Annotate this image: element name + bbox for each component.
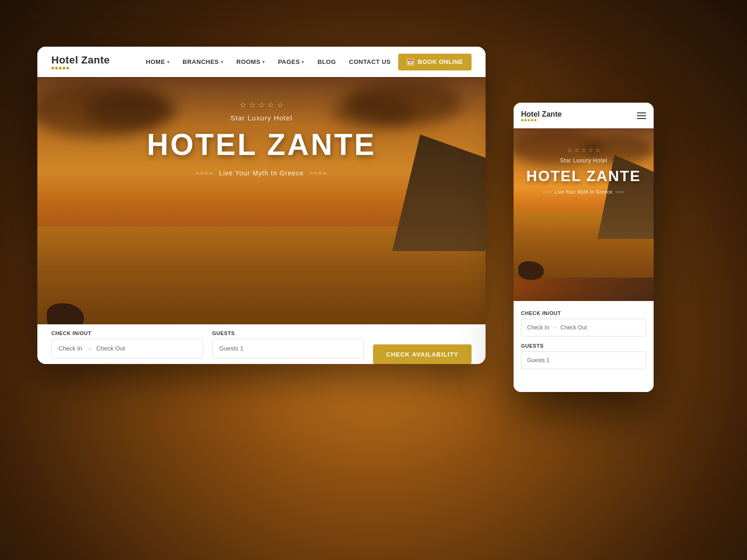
desktop-hero: ☆ ☆ ☆ ☆ ☆ Star Luxury Hotel HOTEL ZANTE … [37, 77, 486, 364]
mobile-dot-1 [521, 119, 523, 121]
wave-right-icon: ≈≈≈≈ [310, 169, 328, 177]
mobile-hero-tagline: Live Your Myth In Greece [555, 189, 613, 195]
mobile-guests-field: Guests Guests 1 [521, 343, 646, 369]
mobile-star-3: ☆ [581, 147, 586, 154]
desktop-navbar: Hotel Zante HOME ▾ BRANCHES ▾ [37, 47, 486, 77]
nav-link-blog[interactable]: BLOG [317, 58, 336, 65]
mobile-hero-tagline-row: ≈≈≈ Live Your Myth In Greece ≈≈≈ [518, 189, 649, 195]
chevron-down-icon: ▾ [221, 60, 224, 64]
mobile-star-5: ☆ [595, 147, 600, 154]
nav-item-home[interactable]: HOME ▾ [146, 58, 170, 65]
hero-title: HOTEL ZANTE [37, 127, 486, 162]
nav-links: HOME ▾ BRANCHES ▾ ROOMS ▾ PAGES ▾ [146, 58, 391, 65]
guests-label: Guests [212, 330, 364, 336]
checkin-label: Check In/Out [51, 330, 203, 336]
star-3: ☆ [258, 100, 265, 109]
mobile-logo-text: Hotel Zante [521, 110, 637, 119]
nav-link-contact[interactable]: CONTACT US [349, 58, 391, 65]
mobile-dot-2 [524, 119, 527, 121]
desktop-logo: Hotel Zante [51, 54, 110, 70]
mobile-star-2: ☆ [574, 147, 579, 154]
nav-link-rooms[interactable]: ROOMS ▾ [236, 58, 265, 65]
star-dot-5 [66, 67, 69, 70]
mobile-star-rating: ☆ ☆ ☆ ☆ ☆ [518, 147, 649, 154]
nav-item-rooms[interactable]: ROOMS ▾ [236, 58, 265, 65]
hero-content: ☆ ☆ ☆ ☆ ☆ Star Luxury Hotel HOTEL ZANTE … [37, 100, 486, 177]
mobile-checkin-label: Check In/Out [521, 310, 646, 316]
star-dot-4 [63, 67, 65, 70]
hamburger-line-3 [637, 118, 646, 119]
desktop-mockup: Hotel Zante HOME ▾ BRANCHES ▾ [37, 47, 486, 364]
nav-link-pages[interactable]: PAGES ▾ [278, 58, 304, 65]
mobile-navbar: Hotel Zante [514, 103, 654, 128]
desktop-logo-stars [51, 67, 110, 70]
chevron-down-icon: ▾ [262, 60, 265, 64]
mobile-wave-left-icon: ≈≈≈ [543, 189, 551, 195]
chevron-down-icon: ▾ [302, 60, 304, 64]
desktop-logo-text: Hotel Zante [51, 54, 110, 66]
mobile-hero: ☆ ☆ ☆ ☆ ☆ Star Luxury Hotel HOTEL ZANTE … [514, 128, 654, 306]
calendar-icon: 📅 [407, 58, 414, 66]
book-online-button[interactable]: 📅 BOOK ONLINE [398, 54, 472, 70]
nav-link-branches[interactable]: BRANCHES ▾ [183, 58, 223, 65]
chevron-down-icon: ▾ [167, 60, 170, 64]
mobile-booking-panel: Check In/Out Check In → Check Out Guests… [514, 301, 654, 392]
hamburger-menu-button[interactable] [637, 112, 646, 119]
mobile-dot-4 [531, 119, 533, 121]
hamburger-line-1 [637, 112, 646, 113]
mobile-logo-dots [521, 119, 637, 121]
star-dot-2 [55, 67, 58, 70]
mobile-hero-content: ☆ ☆ ☆ ☆ ☆ Star Luxury Hotel HOTEL ZANTE … [514, 147, 654, 195]
star-5: ☆ [277, 100, 283, 109]
mobile-arrow-right-icon: → [552, 324, 557, 331]
hero-tagline-row: ≈≈≈≈ Live Your Myth In Greece ≈≈≈≈ [37, 169, 486, 177]
wave-left-icon: ≈≈≈≈ [196, 169, 214, 177]
mobile-checkin-field: Check In/Out Check In → Check Out [521, 310, 646, 336]
guests-input[interactable]: Guests 1 [212, 339, 364, 358]
mobile-star-4: ☆ [588, 147, 593, 154]
hero-subtitle: Star Luxury Hotel [37, 114, 486, 122]
mobile-guests-label: Guests [521, 343, 646, 349]
nav-link-home[interactable]: HOME ▾ [146, 58, 170, 65]
guests-field: Guests Guests 1 [212, 330, 364, 358]
mobile-rocks [518, 261, 544, 280]
mobile-checkin-input[interactable]: Check In → Check Out [521, 319, 646, 336]
desktop-booking-bar: Check In/Out Check In → Check Out Guests… [37, 324, 486, 364]
arrow-right-icon: → [86, 345, 92, 352]
hero-star-rating: ☆ ☆ ☆ ☆ ☆ [37, 100, 486, 109]
mobile-hero-title: HOTEL ZANTE [518, 168, 649, 185]
hero-tagline: Live Your Myth In Greece [219, 169, 303, 177]
check-availability-button[interactable]: CHECK AVAILABILITY [373, 344, 472, 364]
mobile-mockup: Hotel Zante ☆ ☆ ☆ [514, 103, 654, 392]
mobile-hero-subtitle: Star Luxury Hotel [518, 157, 649, 164]
nav-item-contact[interactable]: CONTACT US [349, 58, 391, 65]
nav-item-blog[interactable]: BLOG [317, 58, 336, 65]
star-4: ☆ [268, 100, 274, 109]
star-dot-1 [51, 67, 54, 70]
checkin-field: Check In/Out Check In → Check Out [51, 330, 203, 358]
checkin-input[interactable]: Check In → Check Out [51, 339, 203, 358]
star-dot-3 [59, 67, 62, 70]
mobile-dot-3 [528, 119, 530, 121]
hamburger-line-2 [637, 115, 646, 116]
mobile-dot-5 [534, 119, 536, 121]
mobile-logo: Hotel Zante [521, 110, 637, 121]
mobile-wave-right-icon: ≈≈≈ [615, 189, 624, 195]
nav-item-pages[interactable]: PAGES ▾ [278, 58, 304, 65]
mobile-star-1: ☆ [567, 147, 572, 154]
mobile-guests-input[interactable]: Guests 1 [521, 351, 646, 369]
nav-item-branches[interactable]: BRANCHES ▾ [183, 58, 223, 65]
star-2: ☆ [249, 100, 255, 109]
star-1: ☆ [240, 100, 246, 109]
